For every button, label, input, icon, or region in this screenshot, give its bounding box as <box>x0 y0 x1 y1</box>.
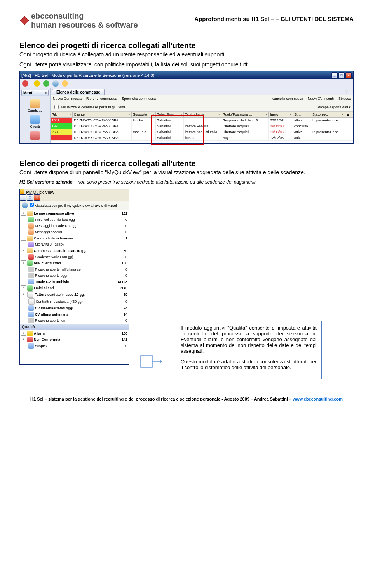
tree-item[interactable]: I miei colloqui da fare oggi0 <box>20 217 129 223</box>
maximize-button[interactable]: □ <box>27 194 33 201</box>
toolbar-button[interactable]: Nuovi CV Inseriti <box>308 97 334 101</box>
tree-value: 152 <box>112 212 127 215</box>
maximize-button[interactable]: □ <box>338 72 345 78</box>
minimize-button[interactable]: _ <box>20 194 26 201</box>
expand-icon[interactable]: + <box>21 331 26 336</box>
expand-icon[interactable]: + <box>21 285 26 290</box>
tree-item[interactable]: +Non Conformità141 <box>20 336 129 343</box>
column-header[interactable]: Inizio <box>269 112 293 117</box>
tree-value: 141 <box>112 338 127 342</box>
tree-item[interactable]: +Miei clienti attivi180 <box>20 260 129 266</box>
msg-icon <box>28 223 34 229</box>
column-header[interactable]: St… <box>293 112 311 117</box>
tree-label: Sospesi <box>35 344 112 348</box>
tree-item[interactable]: Ricerche aperte nell'ultima se0 <box>20 266 129 272</box>
tree-item[interactable]: +I miei clienti2145 <box>20 285 129 291</box>
blue-icon <box>28 279 34 284</box>
tree-item[interactable]: Totale CV in archivio41128 <box>20 279 129 285</box>
section2-note: H1 Sel versione aziende – non sono prese… <box>19 179 354 185</box>
column-header[interactable]: Rif. <box>51 112 73 117</box>
minimize-button[interactable]: _ <box>331 72 338 78</box>
sidebar-item[interactable]: Candidati <box>21 98 49 114</box>
tree-item[interactable]: Messaggi scaduti0 <box>20 229 129 235</box>
footer-link[interactable]: www.ebcconsulting.com <box>293 397 343 401</box>
scroll-up[interactable]: ▲ <box>345 112 353 117</box>
toolbar-button[interactable]: cancella commessa <box>272 97 303 101</box>
collapse-icon[interactable]: − <box>21 236 26 241</box>
expand-icon[interactable]: + <box>21 248 26 253</box>
section1-body1: Ogni progetto di ricerca è collegato ad … <box>19 51 354 58</box>
tree-item[interactable]: Sospesi0 <box>20 343 129 349</box>
tree-label: I miei colloqui da fare oggi <box>35 218 112 222</box>
close-button[interactable]: × <box>34 194 40 201</box>
tree-label: Ricerche aperte nell'ultima se <box>35 267 112 271</box>
folder-icon <box>27 211 33 216</box>
tree-value: 180 <box>112 261 127 265</box>
tree-item[interactable]: Contratti in scadenza (<30 gg)0 <box>20 298 129 305</box>
win-title: [M/2] - H1-Sel - Modulo per la Ricerca e… <box>21 73 154 78</box>
tree-value: 41128 <box>112 280 127 284</box>
print-export-dropdown[interactable]: Stampa/esporta dati ▾ <box>317 105 351 109</box>
column-header[interactable]: Stato sec. <box>311 112 345 117</box>
tree-label: Contratti in scadenza (<30 gg) <box>36 300 112 304</box>
tree-label: Commesse scad./in scad.10 gg. <box>34 249 112 253</box>
tree-label: Totale CV in archivio <box>35 280 112 284</box>
toolbar-icon[interactable] <box>22 80 28 87</box>
blue-icon <box>28 312 34 317</box>
tree-item[interactable]: Ricerche aperte oggi0 <box>20 272 129 279</box>
tree-item[interactable]: +Le mie commesse attive152 <box>20 210 129 217</box>
section2-body: Ogni utente dispone di un pannello "MyQu… <box>19 169 354 176</box>
tree-value: 0 <box>112 218 127 222</box>
sidebar-item[interactable]: Clienti <box>21 114 49 130</box>
tree-label: Ricerche aperte oggi <box>35 274 112 278</box>
mqv-checkbox-label[interactable]: Visualizza sempre il My Quick View all'a… <box>30 202 117 208</box>
toolbar-icon[interactable] <box>62 80 68 87</box>
toolbar-icon[interactable] <box>43 80 49 87</box>
folder-icon <box>27 248 33 253</box>
info-p1: Il modulo aggiuntivi "Qualità" consente … <box>181 325 317 354</box>
tree-value: 0 <box>112 319 127 323</box>
tree-item[interactable]: MONARI J. (2680) <box>20 241 129 248</box>
svg-rect-1 <box>141 356 152 367</box>
expand-icon[interactable]: + <box>21 260 26 265</box>
icon-toolbar <box>20 79 353 88</box>
tree-item[interactable]: Scadenze varie (<30 gg)0 <box>20 254 129 260</box>
toolbar-button[interactable]: Nuova Commessa <box>53 97 82 101</box>
tree-item[interactable]: +Allarmi100 <box>20 330 129 336</box>
tree-item[interactable]: +Commesse scad./in scad.10 gg.30 <box>20 248 129 254</box>
tree-value: 100 <box>112 331 127 335</box>
toolbar-button[interactable]: Sblocca <box>338 97 351 101</box>
tree-label: CV inseriti/arrivati oggi <box>35 306 112 310</box>
tree-value: 30 <box>112 249 127 253</box>
sidebar-menu-header[interactable]: Menù « <box>21 90 49 96</box>
expand-icon[interactable]: + <box>21 211 26 216</box>
help-icon[interactable]: ❔ <box>341 89 352 95</box>
globe-icon <box>22 202 28 208</box>
toolbar-icon[interactable] <box>34 80 40 87</box>
tree-item[interactable]: +Fatture scadute/in scad.10 gg.69 <box>20 291 129 298</box>
header-title: Approfondimenti su H1 Sel – – GLI UTENTI… <box>194 12 354 22</box>
column-header[interactable]: Ruolo/Posizione … <box>221 112 269 117</box>
tree-item[interactable]: −Candidati da richiamare1 <box>20 235 129 241</box>
expand-icon[interactable]: + <box>21 292 26 297</box>
checkbox-tutti-utenti[interactable] <box>54 105 59 109</box>
blue-icon <box>28 343 34 349</box>
warn-icon <box>27 331 33 336</box>
column-header[interactable]: Cliente <box>73 112 132 117</box>
tree-item[interactable]: Ricerche aperte ieri0 <box>20 317 129 324</box>
tree-item[interactable]: CV inseriti/arrivati oggi24 <box>20 305 129 311</box>
expand-icon[interactable]: + <box>21 337 26 342</box>
mqv-titlebar: My Quick View _ □ × <box>20 189 129 201</box>
mqv-checkbox[interactable] <box>30 203 34 207</box>
tree-item[interactable]: CV ultima settimana24 <box>20 311 129 317</box>
toolbar-button[interactable]: Specifiche commessa <box>122 97 156 101</box>
tab-elenco-commesse[interactable]: Elenco delle commesse <box>52 89 105 95</box>
sub-toolbar: Nuova CommessaRiprendi commessaSpecifich… <box>51 95 353 102</box>
tree-item[interactable]: Messaggi in scadenza oggi0 <box>20 223 129 229</box>
toolbar-icon[interactable] <box>52 80 59 87</box>
tree-label: Fatture scadute/in scad.10 gg. <box>35 293 112 297</box>
toolbar-button[interactable]: Riprendi commessa <box>86 97 117 101</box>
sidebar-item[interactable] <box>21 130 49 142</box>
tree-label: CV ultima settimana <box>35 312 112 316</box>
close-button[interactable]: × <box>345 72 352 78</box>
